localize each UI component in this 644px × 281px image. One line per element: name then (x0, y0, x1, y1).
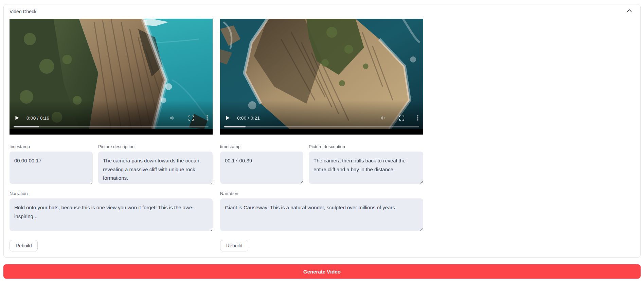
picture-description-label: Picture description (309, 144, 423, 149)
time-display: 0:00 / 0:21 (237, 116, 260, 121)
panel-title: Video Check (10, 7, 36, 14)
fullscreen-icon (189, 116, 194, 121)
clip-1: 0:00 / 0:16 (10, 19, 213, 251)
seek-bar-fill (224, 126, 246, 127)
generate-video-button[interactable]: Generate Video (3, 264, 641, 279)
panel-header: Video Check (10, 7, 634, 14)
rebuild-button[interactable]: Rebuild (220, 240, 248, 251)
chevron-up-icon (627, 9, 632, 12)
time-display: 0:00 / 0:16 (26, 116, 49, 121)
narration-input[interactable]: Giant is Causeway! This is a natural won… (220, 198, 423, 231)
video-check-panel: Video Check (3, 4, 641, 258)
overflow-menu-button[interactable] (417, 115, 418, 121)
play-icon (14, 115, 20, 121)
muted-speaker-icon (380, 115, 386, 121)
timestamp-input[interactable]: 00:00-00:17 (10, 152, 93, 184)
timestamp-label: timestamp (220, 144, 303, 149)
play-icon (225, 115, 230, 121)
narration-field-group: Narration Hold onto your hats, because t… (10, 191, 213, 231)
fullscreen-button[interactable] (399, 116, 404, 121)
timestamp-field-group: timestamp 00:17-00:39 (220, 144, 303, 184)
timestamp-input[interactable]: 00:17-00:39 (220, 152, 303, 184)
play-button[interactable] (225, 115, 230, 121)
seek-bar[interactable] (14, 126, 209, 127)
rebuild-button[interactable]: Rebuild (10, 240, 38, 251)
picture-description-field-group: Picture description The camera then pull… (309, 144, 423, 184)
overflow-menu-button[interactable] (207, 115, 208, 121)
video-controls-2: 0:00 / 0:21 (225, 114, 418, 122)
picture-description-field-group: Picture description The camera pans down… (98, 144, 213, 184)
overflow-menu-icon (207, 115, 208, 121)
muted-speaker-icon (169, 115, 176, 121)
clips-row: 0:00 / 0:16 (10, 19, 634, 251)
video-controls-1: 0:00 / 0:16 (14, 114, 208, 122)
video-player-1[interactable]: 0:00 / 0:16 (10, 19, 213, 135)
picture-description-input[interactable]: The camera pans down towards the ocean, … (98, 152, 213, 184)
narration-input[interactable]: Hold onto your hats, because this is one… (10, 198, 213, 231)
overflow-menu-icon (417, 115, 418, 121)
fullscreen-icon (399, 116, 404, 121)
mute-button[interactable] (380, 115, 386, 121)
timestamp-label: timestamp (10, 144, 93, 149)
timestamp-field-group: timestamp 00:00-00:17 (10, 144, 93, 184)
seek-bar-fill (14, 126, 39, 127)
narration-label: Narration (220, 191, 423, 196)
narration-label: Narration (10, 191, 213, 196)
picture-description-input[interactable]: The camera then pulls back to reveal the… (309, 152, 423, 184)
seek-bar[interactable] (224, 126, 419, 127)
fullscreen-button[interactable] (189, 116, 194, 121)
play-button[interactable] (14, 115, 20, 121)
clip-2: 0:00 / 0:21 (220, 19, 423, 251)
narration-field-group: Narration Giant is Causeway! This is a n… (220, 191, 423, 231)
picture-description-label: Picture description (98, 144, 213, 149)
mute-button[interactable] (169, 115, 176, 121)
video-player-2[interactable]: 0:00 / 0:21 (220, 19, 423, 135)
collapse-panel-button[interactable] (625, 7, 634, 14)
